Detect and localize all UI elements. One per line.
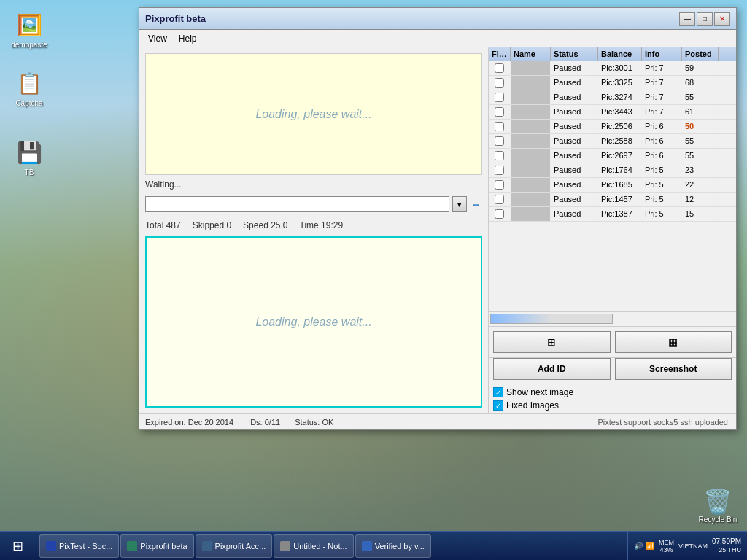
- table-row[interactable]: Paused Pic:2697 Pri: 6 55: [489, 149, 736, 163]
- title-bar: Pixprofit beta — □ ✕: [139, 8, 736, 30]
- dropdown-button[interactable]: ▼: [452, 196, 467, 212]
- row-flag-7: [489, 163, 511, 177]
- row-posted-4: 50: [682, 120, 719, 133]
- table-row[interactable]: Paused Pic:3001 Pri: 7 59: [489, 61, 736, 76]
- row-flag-9: [489, 192, 511, 206]
- col-posted: Posted: [682, 47, 719, 61]
- support-text: Pixtest support socks5 ssh uploaded!: [597, 418, 730, 427]
- waiting-label: Waiting...: [145, 179, 482, 190]
- col-flag: Flag: [489, 47, 511, 61]
- maximize-button[interactable]: □: [697, 12, 713, 26]
- mem-info: MEM 43%: [659, 539, 674, 553]
- table-row[interactable]: Paused Pic:2506 Pri: 6 50: [489, 120, 736, 134]
- row-info-1: Pri: 7: [642, 76, 682, 90]
- app-status-bar: Expired on: Dec 20 2014 IDs: 0/11 Status…: [139, 413, 736, 429]
- mem-label: MEM: [659, 539, 674, 546]
- captcha-icon: 📋: [15, 69, 44, 98]
- taskbar-item-notepad[interactable]: Untitled - Not...: [274, 534, 353, 558]
- row-checkbox-3[interactable]: [495, 107, 504, 117]
- table-row[interactable]: Paused Pic:1457 Pri: 5 12: [489, 192, 736, 207]
- notepad-label: Untitled - Not...: [293, 542, 347, 551]
- table-row[interactable]: Paused Pic:3274 Pri: 7 55: [489, 90, 736, 105]
- speaker-icon: 🔊: [634, 542, 643, 550]
- show-next-image-option[interactable]: Show next image: [493, 387, 732, 397]
- action-buttons-row: Add ID Screenshot: [489, 357, 736, 384]
- clock: 07:50PM 25 THU: [712, 537, 741, 555]
- row-name-2: [511, 90, 551, 104]
- table-row[interactable]: Paused Pic:1764 Pri: 5 23: [489, 163, 736, 178]
- row-checkbox-9[interactable]: [495, 195, 504, 204]
- row-name-10: [511, 207, 551, 221]
- sys-tray: 🔊 📶: [634, 542, 654, 550]
- table-row[interactable]: Paused Pic:3325 Pri: 7 68: [489, 76, 736, 90]
- clock-date: 25 THU: [712, 546, 741, 555]
- row-name-5: [511, 134, 551, 148]
- pixtest-label: PixTest - Soc...: [59, 542, 112, 551]
- row-status-6: Paused: [551, 149, 598, 163]
- close-button[interactable]: ✕: [714, 12, 730, 26]
- pixprofit-label: Pixprofit beta: [140, 542, 187, 551]
- row-checkbox-8[interactable]: [495, 180, 504, 190]
- row-checkbox-10[interactable]: [495, 209, 504, 219]
- row-info-3: Pri: 7: [642, 105, 682, 119]
- taskbar-item-pixprofit-acc[interactable]: Pixprofit Acc...: [196, 534, 273, 558]
- fixed-images-checkbox[interactable]: [493, 400, 503, 411]
- row-checkbox-6[interactable]: [495, 151, 504, 160]
- captcha-label: Captcha: [15, 99, 42, 107]
- desktop: 🖼️ demopaste 📋 Captcha 💾 TB 🗑️ Recycle B…: [0, 0, 747, 560]
- progress-area: [489, 311, 736, 326]
- taskbar-item-pixtest[interactable]: PixTest - Soc...: [39, 534, 119, 558]
- row-checkbox-5[interactable]: [495, 136, 504, 146]
- taskbar-item-pixprofit[interactable]: Pixprofit beta: [120, 534, 193, 558]
- menu-view[interactable]: View: [142, 32, 173, 45]
- desktop-icon-demopaste[interactable]: 🖼️ demopaste: [7, 7, 51, 52]
- row-info-4: Pri: 6: [642, 120, 682, 133]
- app-content: Loading, please wait... Waiting... ▼ -- …: [139, 47, 736, 413]
- row-info-10: Pri: 5: [642, 207, 682, 221]
- recycle-bin-label: Recycle Bin: [699, 516, 738, 524]
- left-panel: Loading, please wait... Waiting... ▼ -- …: [139, 47, 488, 413]
- show-next-image-checkbox[interactable]: [493, 387, 503, 397]
- table-row[interactable]: Paused Pic:1685 Pri: 5 22: [489, 178, 736, 192]
- row-posted-0: 59: [682, 61, 719, 75]
- verified-icon: [362, 541, 372, 551]
- row-posted-9: 12: [682, 192, 719, 206]
- row-checkbox-4[interactable]: [495, 122, 504, 131]
- recycle-bin-icon[interactable]: 🗑️ Recycle Bin: [696, 488, 740, 524]
- row-status-7: Paused: [551, 163, 598, 177]
- table-row[interactable]: Paused Pic:3443 Pri: 7 61: [489, 105, 736, 120]
- row-checkbox-2[interactable]: [495, 93, 504, 102]
- minimize-button[interactable]: —: [679, 12, 695, 26]
- speed-stat: Speed 25.0: [243, 220, 287, 230]
- row-status-10: Paused: [551, 207, 598, 221]
- row-flag-2: [489, 90, 511, 104]
- window-title: Pixprofit beta: [145, 13, 679, 24]
- row-status-2: Paused: [551, 90, 598, 104]
- speed-value: 25.0: [271, 220, 287, 230]
- screenshot-button[interactable]: Screenshot: [615, 358, 732, 380]
- row-checkbox-0[interactable]: [495, 63, 504, 73]
- total-value: 487: [166, 220, 181, 230]
- demopaste-icon: 🖼️: [15, 10, 44, 39]
- table-row[interactable]: Paused Pic:2588 Pri: 6 55: [489, 134, 736, 149]
- table-row[interactable]: Paused Pic:1387 Pri: 5 15: [489, 207, 736, 222]
- row-status-8: Paused: [551, 178, 598, 192]
- icon-button-1[interactable]: ⊞: [493, 331, 611, 353]
- row-info-2: Pri: 7: [642, 90, 682, 104]
- clock-time: 07:50PM: [712, 537, 741, 546]
- taskbar-item-verified[interactable]: Verified by v...: [355, 534, 431, 558]
- row-checkbox-7[interactable]: [495, 166, 504, 175]
- menu-help[interactable]: Help: [173, 32, 203, 45]
- fixed-images-option[interactable]: Fixed Images: [493, 400, 732, 411]
- icon-button-2[interactable]: ▦: [615, 331, 732, 353]
- row-posted-6: 55: [682, 149, 719, 163]
- desktop-icon-captcha[interactable]: 📋 Captcha: [7, 66, 51, 110]
- table-header: Flag Name Status Balance Info Posted: [489, 47, 736, 61]
- add-id-button[interactable]: Add ID: [493, 358, 611, 380]
- dash-button[interactable]: --: [470, 198, 482, 210]
- row-name-7: [511, 163, 551, 177]
- captcha-input[interactable]: [145, 196, 449, 212]
- row-checkbox-1[interactable]: [495, 78, 504, 88]
- desktop-icon-tb[interactable]: 💾 TB: [7, 135, 51, 179]
- start-button[interactable]: ⊞: [0, 533, 36, 559]
